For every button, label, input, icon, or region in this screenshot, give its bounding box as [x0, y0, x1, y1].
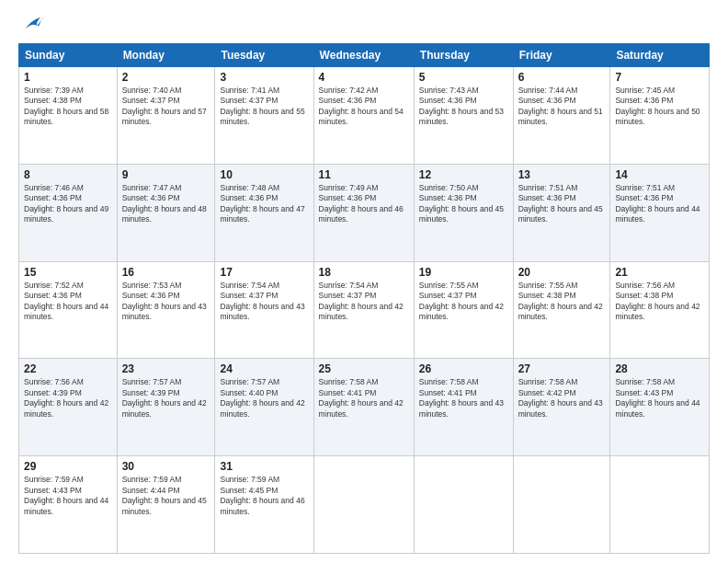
calendar-cell: 23 Sunrise: 7:57 AMSunset: 4:39 PMDaylig…: [117, 359, 215, 456]
calendar-cell: 8 Sunrise: 7:46 AMSunset: 4:36 PMDayligh…: [19, 164, 118, 261]
day-info: Sunrise: 7:45 AMSunset: 4:36 PMDaylight:…: [615, 86, 700, 126]
calendar-cell: 9 Sunrise: 7:47 AMSunset: 4:36 PMDayligh…: [117, 164, 215, 261]
day-number: 21: [615, 266, 704, 279]
day-number: 11: [319, 168, 409, 181]
day-info: Sunrise: 7:50 AMSunset: 4:36 PMDaylight:…: [419, 183, 504, 224]
calendar-table: SundayMondayTuesdayWednesdayThursdayFrid…: [18, 43, 710, 554]
calendar-cell: 16 Sunrise: 7:53 AMSunset: 4:36 PMDaylig…: [117, 261, 215, 359]
day-info: Sunrise: 7:56 AMSunset: 4:38 PMDaylight:…: [615, 281, 700, 321]
calendar-cell: 4 Sunrise: 7:42 AMSunset: 4:36 PMDayligh…: [313, 67, 414, 165]
day-info: Sunrise: 7:58 AMSunset: 4:41 PMDaylight:…: [419, 377, 504, 418]
day-number: 31: [220, 460, 308, 473]
calendar-cell: [513, 456, 610, 554]
header: [18, 14, 710, 36]
calendar-cell: [414, 456, 513, 554]
day-header-saturday: Saturday: [610, 44, 710, 67]
calendar-cell: 18 Sunrise: 7:54 AMSunset: 4:37 PMDaylig…: [313, 261, 414, 359]
day-info: Sunrise: 7:41 AMSunset: 4:37 PMDaylight:…: [220, 86, 304, 126]
day-number: 24: [220, 362, 308, 375]
day-number: 30: [122, 460, 210, 473]
calendar-cell: 17 Sunrise: 7:54 AMSunset: 4:37 PMDaylig…: [215, 261, 313, 359]
day-info: Sunrise: 7:56 AMSunset: 4:39 PMDaylight:…: [24, 377, 108, 418]
calendar-cell: 28 Sunrise: 7:58 AMSunset: 4:43 PMDaylig…: [610, 359, 710, 456]
day-number: 14: [615, 168, 704, 181]
day-number: 12: [419, 168, 508, 181]
day-number: 26: [419, 362, 508, 375]
day-info: Sunrise: 7:42 AMSunset: 4:36 PMDaylight:…: [319, 86, 404, 126]
calendar-week-row: 1 Sunrise: 7:39 AMSunset: 4:38 PMDayligh…: [19, 67, 710, 165]
calendar-cell: 14 Sunrise: 7:51 AMSunset: 4:36 PMDaylig…: [610, 164, 710, 261]
day-info: Sunrise: 7:54 AMSunset: 4:37 PMDaylight:…: [319, 281, 404, 321]
day-info: Sunrise: 7:40 AMSunset: 4:37 PMDaylight:…: [122, 86, 207, 126]
logo: [18, 14, 48, 36]
calendar-cell: 30 Sunrise: 7:59 AMSunset: 4:44 PMDaylig…: [117, 456, 215, 554]
day-info: Sunrise: 7:51 AMSunset: 4:36 PMDaylight:…: [615, 183, 700, 224]
day-header-monday: Monday: [117, 44, 215, 67]
day-number: 5: [419, 71, 508, 84]
day-info: Sunrise: 7:46 AMSunset: 4:36 PMDaylight:…: [24, 183, 108, 224]
day-number: 9: [122, 168, 210, 181]
day-info: Sunrise: 7:55 AMSunset: 4:37 PMDaylight:…: [419, 281, 504, 321]
calendar-cell: 31 Sunrise: 7:59 AMSunset: 4:45 PMDaylig…: [215, 456, 313, 554]
day-info: Sunrise: 7:59 AMSunset: 4:44 PMDaylight:…: [122, 475, 207, 515]
day-info: Sunrise: 7:53 AMSunset: 4:36 PMDaylight:…: [122, 281, 207, 321]
calendar-cell: 7 Sunrise: 7:45 AMSunset: 4:36 PMDayligh…: [610, 67, 710, 165]
calendar-cell: 10 Sunrise: 7:48 AMSunset: 4:36 PMDaylig…: [215, 164, 313, 261]
calendar-cell: 22 Sunrise: 7:56 AMSunset: 4:39 PMDaylig…: [19, 359, 118, 456]
day-header-friday: Friday: [513, 44, 610, 67]
calendar-cell: 25 Sunrise: 7:58 AMSunset: 4:41 PMDaylig…: [313, 359, 414, 456]
day-number: 16: [122, 266, 210, 279]
day-info: Sunrise: 7:52 AMSunset: 4:36 PMDaylight:…: [24, 281, 108, 321]
day-number: 13: [518, 168, 606, 181]
page: SundayMondayTuesdayWednesdayThursdayFrid…: [0, 0, 728, 563]
day-info: Sunrise: 7:58 AMSunset: 4:41 PMDaylight:…: [319, 377, 404, 418]
day-info: Sunrise: 7:49 AMSunset: 4:36 PMDaylight:…: [319, 183, 404, 224]
day-number: 29: [24, 460, 112, 473]
calendar-cell: 20 Sunrise: 7:55 AMSunset: 4:38 PMDaylig…: [513, 261, 610, 359]
day-info: Sunrise: 7:39 AMSunset: 4:38 PMDaylight:…: [24, 86, 108, 126]
day-info: Sunrise: 7:43 AMSunset: 4:36 PMDaylight:…: [419, 86, 504, 126]
calendar-cell: 26 Sunrise: 7:58 AMSunset: 4:41 PMDaylig…: [414, 359, 513, 456]
calendar-cell: 2 Sunrise: 7:40 AMSunset: 4:37 PMDayligh…: [117, 67, 215, 165]
logo-icon: [18, 14, 44, 36]
day-number: 7: [615, 71, 704, 84]
day-number: 25: [319, 362, 409, 375]
calendar-cell: 1 Sunrise: 7:39 AMSunset: 4:38 PMDayligh…: [19, 67, 118, 165]
calendar-cell: 24 Sunrise: 7:57 AMSunset: 4:40 PMDaylig…: [215, 359, 313, 456]
calendar-cell: [313, 456, 414, 554]
day-info: Sunrise: 7:59 AMSunset: 4:43 PMDaylight:…: [24, 475, 108, 515]
calendar-week-row: 29 Sunrise: 7:59 AMSunset: 4:43 PMDaylig…: [19, 456, 710, 554]
day-info: Sunrise: 7:54 AMSunset: 4:37 PMDaylight:…: [220, 281, 304, 321]
calendar-cell: 29 Sunrise: 7:59 AMSunset: 4:43 PMDaylig…: [19, 456, 118, 554]
day-number: 20: [518, 266, 606, 279]
day-info: Sunrise: 7:58 AMSunset: 4:42 PMDaylight:…: [518, 377, 603, 418]
calendar-cell: 6 Sunrise: 7:44 AMSunset: 4:36 PMDayligh…: [513, 67, 610, 165]
calendar-header-row: SundayMondayTuesdayWednesdayThursdayFrid…: [19, 44, 710, 67]
calendar-week-row: 8 Sunrise: 7:46 AMSunset: 4:36 PMDayligh…: [19, 164, 710, 261]
day-number: 28: [615, 362, 704, 375]
day-number: 2: [122, 71, 210, 84]
calendar-cell: 13 Sunrise: 7:51 AMSunset: 4:36 PMDaylig…: [513, 164, 610, 261]
day-number: 27: [518, 362, 606, 375]
day-number: 3: [220, 71, 308, 84]
day-number: 17: [220, 266, 308, 279]
day-number: 10: [220, 168, 308, 181]
calendar-cell: 19 Sunrise: 7:55 AMSunset: 4:37 PMDaylig…: [414, 261, 513, 359]
day-number: 8: [24, 168, 112, 181]
calendar-week-row: 22 Sunrise: 7:56 AMSunset: 4:39 PMDaylig…: [19, 359, 710, 456]
day-number: 15: [24, 266, 112, 279]
calendar-cell: [610, 456, 710, 554]
day-info: Sunrise: 7:48 AMSunset: 4:36 PMDaylight:…: [220, 183, 304, 224]
day-info: Sunrise: 7:55 AMSunset: 4:38 PMDaylight:…: [518, 281, 603, 321]
calendar-week-row: 15 Sunrise: 7:52 AMSunset: 4:36 PMDaylig…: [19, 261, 710, 359]
calendar-cell: 27 Sunrise: 7:58 AMSunset: 4:42 PMDaylig…: [513, 359, 610, 456]
day-number: 1: [24, 71, 112, 84]
day-info: Sunrise: 7:59 AMSunset: 4:45 PMDaylight:…: [220, 475, 304, 515]
calendar-cell: 21 Sunrise: 7:56 AMSunset: 4:38 PMDaylig…: [610, 261, 710, 359]
calendar-cell: 3 Sunrise: 7:41 AMSunset: 4:37 PMDayligh…: [215, 67, 313, 165]
day-info: Sunrise: 7:57 AMSunset: 4:39 PMDaylight:…: [122, 377, 207, 418]
day-header-sunday: Sunday: [19, 44, 118, 67]
day-info: Sunrise: 7:47 AMSunset: 4:36 PMDaylight:…: [122, 183, 207, 224]
day-number: 19: [419, 266, 508, 279]
calendar-cell: 12 Sunrise: 7:50 AMSunset: 4:36 PMDaylig…: [414, 164, 513, 261]
